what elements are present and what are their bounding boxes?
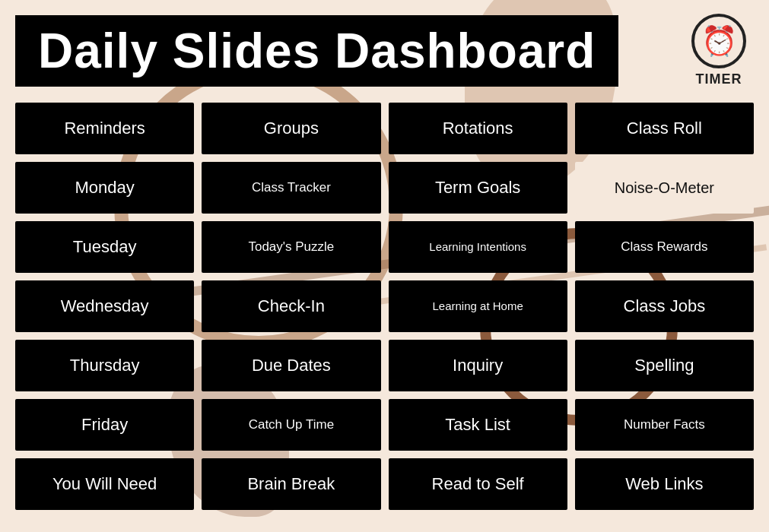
- grid-label: Catch Up Time: [243, 414, 340, 435]
- grid-btn-web-links[interactable]: Web Links: [575, 458, 754, 510]
- grid-btn-due-dates[interactable]: Due Dates: [202, 340, 380, 391]
- grid-label: Wednesday: [55, 293, 155, 319]
- grid-btn-learning-intentions[interactable]: Learning Intentions: [389, 221, 567, 273]
- grid-btn-reminders[interactable]: Reminders: [15, 103, 194, 154]
- grid-label: Reminders: [58, 116, 151, 141]
- grid-label: Tuesday: [67, 234, 143, 260]
- grid-label: Today's Puzzle: [242, 236, 340, 258]
- grid-btn-tuesday[interactable]: Tuesday: [15, 221, 194, 273]
- grid-btn-rotations[interactable]: Rotations: [389, 103, 567, 154]
- grid-btn-friday[interactable]: Friday: [15, 399, 194, 451]
- grid-label: Class Rewards: [615, 236, 713, 258]
- timer-circle: ⏰: [691, 14, 746, 68]
- grid-label: Monday: [68, 175, 140, 201]
- grid-label: Learning at Home: [427, 296, 529, 316]
- grid-btn-class-tracker[interactable]: Class Tracker: [202, 162, 380, 214]
- grid-label: Class Jobs: [618, 293, 712, 319]
- grid-btn-read-to-self[interactable]: Read to Self: [389, 458, 567, 510]
- grid-btn-you-will-need[interactable]: You Will Need: [15, 458, 194, 510]
- grid-btn-thursday[interactable]: Thursday: [15, 340, 194, 391]
- title-box: Daily Slides Dashboard: [15, 15, 618, 87]
- grid-btn-todays-puzzle[interactable]: Today's Puzzle: [202, 221, 380, 273]
- grid-btn-wednesday[interactable]: Wednesday: [15, 280, 194, 332]
- grid-label: Rotations: [437, 116, 520, 141]
- grid-btn-groups[interactable]: Groups: [202, 103, 380, 154]
- grid-label: Task List: [439, 412, 516, 438]
- grid-btn-inquiry[interactable]: Inquiry: [389, 340, 567, 391]
- page-title: Daily Slides Dashboard: [38, 24, 596, 78]
- header: Daily Slides Dashboard ⏰ TIMER: [0, 0, 769, 95]
- grid-label: Thursday: [64, 353, 146, 378]
- grid-label: Brain Break: [241, 471, 341, 497]
- grid-label: Noise-O-Meter: [609, 176, 720, 200]
- grid-label: Number Facts: [618, 414, 711, 435]
- grid-btn-brain-break[interactable]: Brain Break: [202, 458, 380, 510]
- grid-label: Term Goals: [429, 175, 526, 201]
- grid-label: Class Roll: [621, 116, 708, 141]
- timer-label: TIMER: [696, 71, 742, 87]
- grid-label: Class Tracker: [246, 177, 337, 198]
- grid-btn-class-rewards[interactable]: Class Rewards: [575, 221, 754, 273]
- grid-btn-learning-at-home[interactable]: Learning at Home: [389, 280, 567, 332]
- timer-icon: ⏰: [701, 24, 737, 58]
- grid-btn-catch-up-time[interactable]: Catch Up Time: [202, 399, 380, 451]
- grid-label: Inquiry: [446, 353, 509, 378]
- grid-label: Groups: [258, 116, 325, 141]
- grid-label: Web Links: [619, 471, 709, 497]
- grid-btn-number-facts[interactable]: Number Facts: [575, 399, 754, 451]
- grid-btn-task-list[interactable]: Task List: [389, 399, 567, 451]
- grid-label: Check-In: [252, 293, 331, 319]
- grid-label: Due Dates: [246, 353, 337, 378]
- grid-label: Read to Self: [426, 471, 530, 497]
- grid-btn-class-roll[interactable]: Class Roll: [575, 103, 754, 154]
- grid-btn-check-in[interactable]: Check-In: [202, 280, 380, 332]
- timer-button[interactable]: ⏰ TIMER: [691, 14, 746, 87]
- grid-label: Friday: [75, 412, 134, 438]
- grid-label: Spelling: [628, 353, 700, 378]
- dashboard-grid: RemindersGroupsRotationsClass RollMonday…: [0, 95, 769, 518]
- grid-btn-class-jobs[interactable]: Class Jobs: [575, 280, 754, 332]
- grid-btn-noise-o-meter[interactable]: Noise-O-Meter: [575, 162, 754, 214]
- grid-btn-term-goals[interactable]: Term Goals: [389, 162, 567, 214]
- grid-label: You Will Need: [46, 471, 163, 497]
- grid-label: Learning Intentions: [423, 237, 532, 257]
- grid-btn-spelling[interactable]: Spelling: [575, 340, 754, 391]
- grid-btn-monday[interactable]: Monday: [15, 162, 194, 214]
